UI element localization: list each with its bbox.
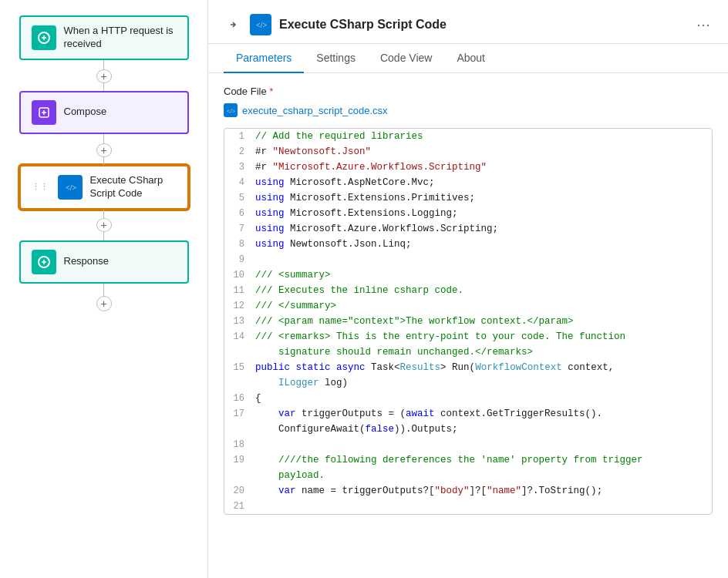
- flow-panel: When a HTTP request is received + Compos…: [0, 0, 208, 578]
- connector-line-1b: [103, 83, 104, 91]
- code-editor[interactable]: 1 // Add the required libraries 2 #r "Ne…: [224, 128, 713, 515]
- more-options-button[interactable]: ⋯: [694, 15, 713, 34]
- add-step-4[interactable]: +: [96, 296, 112, 311]
- svg-text:</>: </>: [227, 108, 235, 115]
- code-line-6: 6 using Microsoft.Extensions.Logging;: [224, 206, 712, 221]
- tab-code-view[interactable]: Code View: [368, 44, 444, 73]
- code-line-21: 21: [224, 499, 712, 514]
- response-icon: [32, 250, 56, 274]
- connector-4: +: [96, 284, 112, 314]
- panel-content: Code File * </> execute_csharp_script_co…: [208, 73, 728, 578]
- http-trigger-icon: [32, 25, 56, 50]
- code-line-8: 8 using Newtonsoft.Json.Linq;: [224, 237, 712, 252]
- connector-2: +: [96, 134, 112, 165]
- panel-header-icon: </>: [250, 14, 271, 35]
- detail-panel: </> Execute CSharp Script Code ⋯ Paramet…: [208, 0, 728, 578]
- flow-item-execute: ⋮⋮ </> Execute CSharp Script Code: [0, 165, 207, 210]
- connector-line-2: [103, 134, 104, 143]
- code-line-5: 5 using Microsoft.Extensions.Primitives;: [224, 190, 712, 206]
- flow-item-compose: Compose: [0, 91, 207, 134]
- compose-icon: [32, 100, 56, 125]
- add-step-1[interactable]: +: [96, 69, 112, 83]
- connector-1: +: [96, 60, 112, 91]
- compose-node[interactable]: Compose: [19, 91, 189, 134]
- tab-bar: Parameters Settings Code View About: [208, 44, 728, 73]
- drag-handle-icon: ⋮⋮: [32, 182, 49, 192]
- code-line-17: 17 var triggerOutputs = (await context.G…: [224, 406, 712, 437]
- flow-item-http: When a HTTP request is received: [0, 15, 207, 60]
- code-line-15: 15 public static async Task<Results> Run…: [224, 360, 712, 391]
- code-line-3: 3 #r "Microsoft.Azure.Workflows.Scriptin…: [224, 160, 712, 175]
- code-line-1: 1 // Add the required libraries: [224, 129, 712, 144]
- connector-line-4: [103, 284, 104, 296]
- add-step-2[interactable]: +: [96, 143, 112, 157]
- panel-title: Execute CSharp Script Code: [279, 18, 686, 32]
- required-marker: *: [269, 86, 273, 97]
- tab-parameters[interactable]: Parameters: [224, 44, 304, 73]
- code-line-4: 4 using Microsoft.AspNetCore.Mvc;: [224, 175, 712, 190]
- execute-csharp-icon: </>: [58, 175, 83, 200]
- expand-button[interactable]: [224, 15, 242, 34]
- code-line-13: 13 /// <param name="context">The workflo…: [224, 314, 712, 329]
- code-line-16: 16 {: [224, 391, 712, 406]
- tab-settings[interactable]: Settings: [304, 44, 368, 73]
- code-line-19: 19 ////the following dereferences the 'n…: [224, 452, 712, 483]
- file-link[interactable]: </> execute_csharp_script_code.csx: [224, 103, 388, 117]
- code-line-12: 12 /// </summary>: [224, 298, 712, 314]
- code-line-10: 10 /// <summary>: [224, 267, 712, 283]
- svg-text:</>: </>: [256, 21, 267, 29]
- response-label: Response: [64, 255, 110, 268]
- file-name: execute_csharp_script_code.csx: [242, 105, 388, 116]
- connector-line-3b: [103, 232, 104, 240]
- add-step-3[interactable]: +: [96, 218, 112, 232]
- http-trigger-label: When a HTTP request is received: [64, 25, 177, 51]
- code-line-18: 18: [224, 437, 712, 452]
- svg-text:</>: </>: [66, 183, 76, 192]
- code-file-label: Code File *: [224, 86, 713, 97]
- panel-header: </> Execute CSharp Script Code ⋯: [208, 0, 728, 44]
- code-line-11: 11 /// Executes the inline csharp code.: [224, 283, 712, 298]
- code-line-7: 7 using Microsoft.Azure.Workflows.Script…: [224, 221, 712, 237]
- response-node[interactable]: Response: [19, 240, 189, 284]
- connector-3: +: [96, 210, 112, 240]
- connector-line-3: [103, 210, 104, 219]
- tab-about[interactable]: About: [444, 44, 497, 73]
- http-trigger-node[interactable]: When a HTTP request is received: [19, 15, 189, 60]
- file-icon: </>: [224, 103, 238, 117]
- connector-line-2b: [103, 157, 104, 165]
- flow-item-response: Response: [0, 240, 207, 284]
- execute-csharp-label: Execute CSharp Script Code: [90, 174, 177, 200]
- code-line-9: 9: [224, 252, 712, 267]
- code-line-14: 14 /// <remarks> This is the entry-point…: [224, 329, 712, 360]
- code-line-20: 20 var name = triggerOutputs?["body"]?["…: [224, 483, 712, 499]
- execute-csharp-node[interactable]: ⋮⋮ </> Execute CSharp Script Code: [19, 165, 189, 210]
- connector-line-1: [103, 60, 104, 69]
- compose-label: Compose: [64, 106, 107, 119]
- code-line-2: 2 #r "Newtonsoft.Json": [224, 144, 712, 160]
